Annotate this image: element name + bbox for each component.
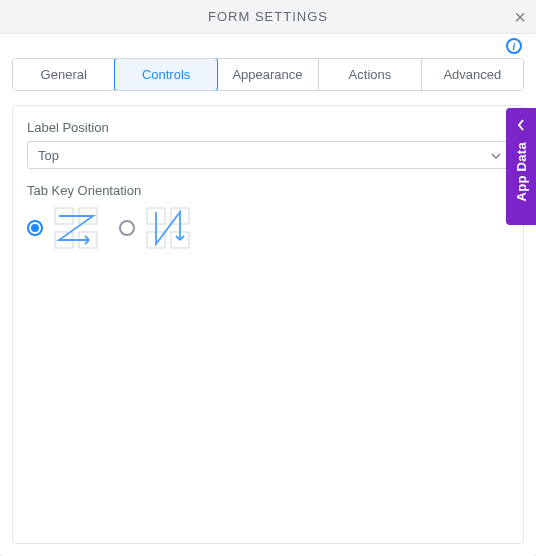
tab-orientation-vertical[interactable] [119,206,191,250]
label-position-select[interactable]: Top [27,141,509,169]
label-position-value: Top [27,141,509,169]
label-position-label: Label Position [27,120,509,135]
tab-actions[interactable]: Actions [319,59,421,90]
side-tab-label: App Data [514,142,529,201]
app-data-side-tab[interactable]: App Data [506,108,536,225]
vertical-flow-icon [145,206,191,250]
radio-icon [27,220,43,236]
close-icon[interactable]: × [514,7,526,27]
title-bar: FORM SETTINGS × [0,0,536,34]
form-settings-dialog: FORM SETTINGS × i General Controls Appea… [0,0,536,556]
chevron-left-icon [517,118,525,134]
radio-icon [119,220,135,236]
content-panel: Label Position Top Tab Key Orientation [12,105,524,544]
horizontal-flow-icon [53,206,99,250]
tab-controls[interactable]: Controls [114,58,217,91]
dialog-title: FORM SETTINGS [208,9,328,24]
tab-appearance[interactable]: Appearance [217,59,319,90]
tab-orientation-horizontal[interactable] [27,206,99,250]
tab-advanced[interactable]: Advanced [422,59,523,90]
info-icon[interactable]: i [506,38,522,54]
info-row: i [0,34,536,58]
tab-key-orientation-label: Tab Key Orientation [27,183,509,198]
tab-key-orientation-group [27,206,509,250]
tabs: General Controls Appearance Actions Adva… [12,58,524,91]
tab-general[interactable]: General [13,59,115,90]
